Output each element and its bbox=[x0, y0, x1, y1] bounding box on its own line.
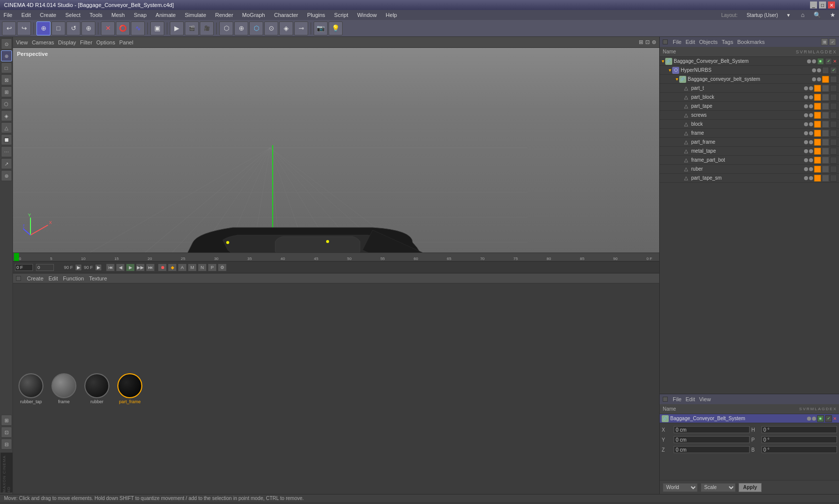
left-btn-3[interactable]: □ bbox=[1, 62, 12, 73]
am-menu-edit[interactable]: Edit bbox=[686, 396, 695, 402]
undo-button[interactable]: ↩ bbox=[2, 21, 16, 35]
render-region-button[interactable]: 🎬 bbox=[185, 21, 199, 35]
left-btn-1[interactable]: ⊙ bbox=[1, 38, 12, 49]
material-frame[interactable]: frame bbox=[49, 373, 79, 404]
obj-row-part-tape-sm[interactable]: △ part_tape_sm bbox=[660, 174, 839, 183]
menu-render[interactable]: Render bbox=[214, 11, 235, 18]
om-menu-edit[interactable]: Edit bbox=[686, 39, 695, 45]
mograph-button[interactable]: ⬡ bbox=[249, 21, 263, 35]
light-button[interactable]: 💡 bbox=[329, 21, 343, 35]
attr-h-input[interactable] bbox=[762, 426, 838, 433]
menu-mograph[interactable]: MoGraph bbox=[241, 11, 267, 18]
obj-row-ruber[interactable]: △ ruber bbox=[660, 165, 839, 174]
render-settings-button[interactable]: 🎥 bbox=[200, 21, 214, 35]
go-to-end-btn[interactable]: ▶ bbox=[75, 264, 82, 271]
current-frame-input[interactable] bbox=[15, 264, 33, 271]
obj-root-close[interactable]: ✕ bbox=[833, 59, 837, 64]
x-axis-button[interactable]: ✕ bbox=[101, 21, 115, 35]
obj-row-group[interactable]: ▾ 🔗 Baggage_conveyor_belt_system bbox=[660, 75, 839, 84]
timeline-settings-button[interactable]: ⚙ bbox=[218, 263, 227, 271]
left-btn-7[interactable]: ◈ bbox=[1, 110, 12, 121]
camera-button[interactable]: 📷 bbox=[314, 21, 328, 35]
left-btn-11[interactable]: ↗ bbox=[1, 158, 12, 169]
attr-y-input[interactable] bbox=[674, 436, 750, 443]
menu-script[interactable]: Script bbox=[333, 11, 350, 18]
om-icon-1[interactable]: ⊠ bbox=[821, 38, 828, 45]
vp-menu-display[interactable]: Display bbox=[58, 39, 76, 45]
menu-animate[interactable]: Animate bbox=[154, 11, 177, 18]
obj-row-part-block[interactable]: △ part_block bbox=[660, 93, 839, 102]
om-menu-objects[interactable]: Objects bbox=[699, 39, 718, 45]
preview-button[interactable]: P bbox=[208, 263, 217, 271]
left-btn-10[interactable]: ⋯ bbox=[1, 146, 12, 157]
menu-help[interactable]: Help bbox=[384, 11, 399, 18]
menu-tools[interactable]: Tools bbox=[88, 11, 104, 18]
playhead-marker[interactable] bbox=[14, 253, 19, 261]
redo-button[interactable]: ↪ bbox=[17, 21, 31, 35]
obj-row-hypernurbs[interactable]: ▾ ⬡ HyperNURBS ✓ bbox=[660, 66, 839, 75]
vp-menu-panel[interactable]: Panel bbox=[119, 39, 133, 45]
auto-key-button[interactable]: A bbox=[178, 263, 187, 271]
menu-file[interactable]: File bbox=[2, 11, 14, 18]
menu-character[interactable]: Character bbox=[273, 11, 300, 18]
am-menu-file[interactable]: File bbox=[673, 396, 682, 402]
attr-x-input[interactable] bbox=[674, 426, 750, 433]
viewport[interactable]: Perspective bbox=[13, 48, 659, 252]
mat-menu-create[interactable]: Create bbox=[27, 275, 43, 281]
menu-window[interactable]: Window bbox=[356, 11, 378, 18]
menu-edit[interactable]: Edit bbox=[20, 11, 32, 18]
add-button[interactable]: ⊕ bbox=[81, 21, 95, 35]
hair-button[interactable]: ⊸ bbox=[294, 21, 308, 35]
nurbs-button[interactable]: ⬡ bbox=[219, 21, 233, 35]
apply-button[interactable]: Apply bbox=[739, 483, 762, 492]
left-btn-12[interactable]: ⊛ bbox=[1, 170, 12, 181]
mat-menu-texture[interactable]: Texture bbox=[89, 275, 107, 281]
material-rubber[interactable]: rubber bbox=[82, 373, 112, 404]
play-forward-button[interactable]: ▶▶ bbox=[136, 263, 145, 271]
obj-root-expand[interactable]: ▾ bbox=[662, 58, 664, 64]
left-btn-grid[interactable]: ⊞ bbox=[1, 415, 12, 426]
layout-dropdown-icon[interactable]: ▾ bbox=[786, 11, 792, 19]
record-button[interactable]: ⏺ bbox=[158, 263, 167, 271]
vp-icon-close[interactable]: ⊚ bbox=[652, 39, 656, 45]
obj-row-screws[interactable]: △ screws bbox=[660, 111, 839, 120]
go-first-button[interactable]: ⏮ bbox=[106, 263, 115, 271]
attr-p-input[interactable] bbox=[762, 436, 838, 443]
left-btn-8[interactable]: △ bbox=[1, 122, 12, 133]
motion-button[interactable]: M bbox=[188, 263, 197, 271]
render-button[interactable]: ▶ bbox=[170, 21, 184, 35]
frame-value-input[interactable] bbox=[36, 264, 54, 271]
material-rubber-tap[interactable]: rubber_tap bbox=[16, 373, 46, 404]
material-part-frame[interactable]: part_frame bbox=[115, 373, 145, 404]
layout-value[interactable]: Startup (User) bbox=[745, 12, 780, 18]
vp-menu-filter[interactable]: Filter bbox=[80, 39, 92, 45]
attr-b-input[interactable] bbox=[762, 446, 838, 453]
obj-row-block[interactable]: △ block bbox=[660, 120, 839, 129]
om-menu-bookmarks[interactable]: Bookmarks bbox=[737, 39, 765, 45]
object-mode-button[interactable]: ▣ bbox=[150, 21, 164, 35]
play-button[interactable]: ▶ bbox=[126, 263, 135, 271]
left-btn-9[interactable]: 🔲 bbox=[1, 134, 12, 145]
attr-z-input[interactable] bbox=[674, 446, 750, 453]
left-btn-2[interactable]: ⊕ bbox=[1, 50, 12, 61]
vp-icon-settings[interactable]: ⊡ bbox=[645, 39, 650, 45]
obj-row-part-tape[interactable]: △ part_tape bbox=[660, 102, 839, 111]
obj-row-frame[interactable]: △ frame bbox=[660, 129, 839, 138]
menu-snap[interactable]: Snap bbox=[132, 11, 148, 18]
left-btn-4[interactable]: ⊠ bbox=[1, 74, 12, 85]
vp-menu-cameras[interactable]: Cameras bbox=[32, 39, 54, 45]
move-tool-button[interactable]: ⊕ bbox=[36, 21, 50, 35]
obj-row-frame-part-bot[interactable]: △ frame_part_bot bbox=[660, 156, 839, 165]
rotate-tool-button[interactable]: ↺ bbox=[66, 21, 80, 35]
mat-menu-function[interactable]: Function bbox=[63, 275, 84, 281]
om-menu-tags[interactable]: Tags bbox=[722, 39, 733, 45]
effector-button[interactable]: ⊙ bbox=[264, 21, 278, 35]
menu-select[interactable]: Select bbox=[64, 11, 82, 18]
left-btn-magnet[interactable]: ⊡ bbox=[1, 427, 12, 438]
mat-menu-edit[interactable]: Edit bbox=[48, 275, 58, 281]
go-last-button[interactable]: ⏭ bbox=[146, 263, 155, 271]
menu-simulate[interactable]: Simulate bbox=[183, 11, 208, 18]
obj-group-expand[interactable]: ▾ bbox=[676, 76, 678, 82]
attr-selected-close[interactable]: ✕ bbox=[833, 416, 837, 421]
attr-selected-row[interactable]: 🔗 Baggage_Conveyor_Belt_System ■ ✓ ✕ bbox=[660, 414, 839, 423]
